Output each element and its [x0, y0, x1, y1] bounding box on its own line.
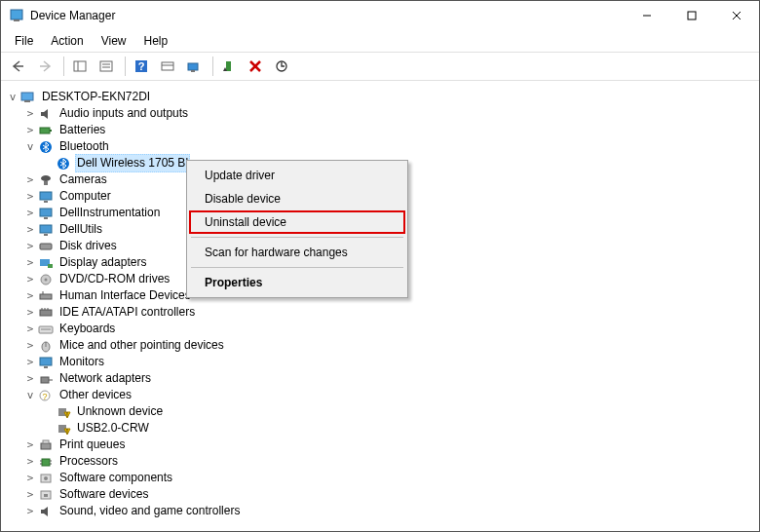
device-usb2-crw[interactable]: > ! USB2.0-CRW	[6, 420, 754, 437]
category-network[interactable]: > Network adapters	[6, 370, 754, 387]
svg-rect-37	[48, 264, 53, 268]
category-audio[interactable]: > Audio inputs and outputs	[6, 105, 754, 122]
chevron-right-icon[interactable]: >	[23, 271, 37, 287]
chevron-right-icon[interactable]: >	[23, 437, 37, 453]
svg-rect-34	[44, 234, 48, 236]
menu-action[interactable]: Action	[43, 32, 91, 50]
sound-icon	[37, 504, 54, 519]
chevron-right-icon[interactable]: >	[23, 238, 37, 254]
svg-rect-32	[44, 217, 48, 219]
node-label: Keyboards	[57, 321, 117, 337]
nav-back-button[interactable]	[7, 56, 30, 77]
category-keyboards[interactable]: > Keyboards	[6, 321, 754, 337]
node-label: Audio inputs and outputs	[57, 105, 190, 122]
category-swdev[interactable]: > Software devices	[6, 486, 754, 503]
chevron-down-icon[interactable]: v	[23, 387, 37, 403]
window-buttons	[625, 1, 759, 30]
svg-rect-31	[40, 209, 52, 216]
help-button[interactable]: ?	[130, 56, 153, 77]
category-other[interactable]: v ? Other devices	[6, 387, 754, 403]
chevron-right-icon[interactable]: >	[23, 337, 37, 354]
close-button[interactable]	[714, 1, 759, 30]
category-sound[interactable]: > Sound, video and game controllers	[6, 503, 754, 519]
category-printq[interactable]: > Print queues	[6, 437, 754, 453]
unknown-category-icon: ?	[37, 388, 54, 403]
monitor-icon	[37, 206, 54, 221]
uninstall-device-button[interactable]	[244, 56, 267, 77]
tree-panel[interactable]: v DESKTOP-EKN72DI > Audio inputs and out…	[2, 87, 758, 530]
category-processors[interactable]: > Processors	[6, 453, 754, 470]
svg-rect-35	[40, 244, 52, 249]
svg-rect-17	[226, 61, 231, 71]
keyboard-icon	[37, 322, 54, 337]
node-label: Mice and other pointing devices	[57, 337, 226, 354]
node-label: USB2.0-CRW	[75, 420, 151, 437]
cpu-icon	[37, 454, 54, 470]
svg-text:?: ?	[138, 60, 145, 72]
show-hide-tree-button[interactable]	[68, 56, 92, 77]
ctx-uninstall-device[interactable]: Uninstall device	[189, 210, 405, 234]
printer-icon	[37, 437, 54, 453]
chevron-right-icon[interactable]: >	[23, 321, 37, 337]
chevron-right-icon[interactable]: >	[23, 254, 37, 271]
chevron-right-icon[interactable]: >	[23, 304, 37, 321]
device-tree: v DESKTOP-EKN72DI > Audio inputs and out…	[2, 87, 758, 529]
root-node[interactable]: v DESKTOP-EKN72DI	[6, 89, 754, 105]
scan-hardware-button[interactable]	[182, 56, 206, 77]
hid-icon	[37, 288, 54, 304]
update-driver-button[interactable]	[270, 56, 293, 77]
app-icon	[9, 8, 24, 23]
svg-rect-30	[44, 201, 48, 203]
minimize-button[interactable]	[625, 1, 669, 30]
node-label: Software components	[57, 470, 174, 486]
chevron-right-icon[interactable]: >	[23, 486, 37, 503]
enable-device-button[interactable]	[217, 56, 241, 77]
chevron-right-icon[interactable]: >	[23, 105, 37, 122]
node-label: Network adapters	[57, 370, 153, 387]
category-mice[interactable]: > Mice and other pointing devices	[6, 337, 754, 354]
category-batteries[interactable]: > Batteries	[6, 122, 754, 138]
node-label: Cameras	[57, 171, 109, 188]
chevron-right-icon[interactable]: >	[23, 453, 37, 470]
node-label: Bluetooth	[57, 138, 111, 155]
menu-file[interactable]: File	[7, 32, 41, 50]
menu-help[interactable]: Help	[136, 32, 176, 50]
chevron-right-icon[interactable]: >	[23, 354, 37, 370]
chevron-right-icon[interactable]: >	[23, 503, 37, 519]
menu-view[interactable]: View	[94, 32, 134, 50]
svg-rect-3	[688, 12, 696, 19]
ctx-scan-hardware[interactable]: Scan for hardware changes	[189, 241, 405, 264]
category-swcomp[interactable]: > Software components	[6, 470, 754, 486]
chevron-down-icon[interactable]: v	[6, 89, 19, 105]
ctx-update-driver[interactable]: Update driver	[189, 164, 405, 187]
category-bluetooth[interactable]: v Bluetooth	[6, 138, 754, 155]
nav-forward-button[interactable]	[33, 56, 57, 77]
chevron-right-icon[interactable]: >	[23, 122, 37, 138]
svg-rect-42	[40, 310, 52, 316]
action-button[interactable]	[156, 56, 179, 77]
ctx-disable-device[interactable]: Disable device	[189, 187, 405, 210]
chevron-right-icon[interactable]: >	[23, 221, 37, 238]
category-monitors[interactable]: > Monitors	[6, 354, 754, 370]
device-unknown[interactable]: > ! Unknown device	[6, 403, 754, 420]
chevron-right-icon[interactable]: >	[23, 205, 37, 221]
chevron-down-icon[interactable]: v	[23, 138, 37, 155]
svg-rect-0	[11, 10, 22, 19]
chevron-right-icon[interactable]: >	[23, 188, 37, 205]
monitor-icon	[37, 355, 54, 370]
node-label: DellInstrumentation	[57, 205, 162, 221]
category-ide[interactable]: > IDE ATA/ATAPI controllers	[6, 304, 754, 321]
chevron-right-icon[interactable]: >	[23, 171, 37, 188]
chevron-right-icon[interactable]: >	[23, 370, 37, 387]
svg-point-68	[44, 476, 48, 480]
properties-button[interactable]	[95, 56, 118, 77]
chevron-right-icon[interactable]: >	[23, 470, 37, 486]
svg-rect-50	[40, 358, 52, 365]
svg-rect-21	[21, 93, 33, 100]
maximize-button[interactable]	[669, 1, 714, 30]
svg-rect-70	[44, 494, 48, 497]
node-label: Human Interface Devices	[57, 287, 193, 304]
ctx-properties[interactable]: Properties	[189, 271, 405, 294]
svg-rect-8	[100, 61, 112, 71]
chevron-right-icon[interactable]: >	[23, 287, 37, 304]
